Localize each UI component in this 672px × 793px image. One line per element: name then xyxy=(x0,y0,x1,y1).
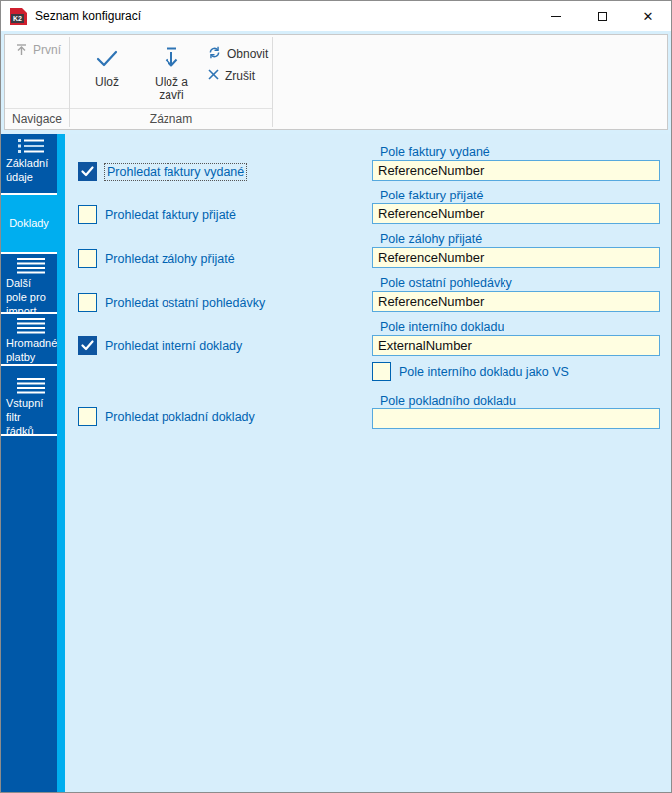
sidebar-tab-label: Vstupnífiltrřádků xyxy=(6,397,43,436)
refresh-button-label: Obnovit xyxy=(227,47,268,61)
titlebar: K2 Seznam konfigurací ✕ xyxy=(1,1,671,31)
app-icon: K2 xyxy=(10,8,27,25)
checkbox-prohledat-faktury-prijate[interactable]: Prohledat faktury přijaté xyxy=(78,205,236,224)
main-area: Základní údaje Doklady Dalšípole proimpo… xyxy=(1,134,671,792)
save-and-close-button-label: Ulož azavři xyxy=(155,76,188,102)
checkbox-label: Prohledat interní doklady xyxy=(105,339,242,353)
input-pole-ostatni-pohledavky[interactable] xyxy=(372,291,660,312)
input-pole-interniho-dokladu[interactable] xyxy=(372,335,660,356)
cancel-button-label: Zrušit xyxy=(225,69,255,83)
checkbox-unchecked xyxy=(78,205,97,224)
window-title: Seznam konfigurací xyxy=(35,9,141,23)
checkbox-label: Pole interního dokladu jako VS xyxy=(399,365,569,379)
bullet-list-icon xyxy=(6,138,55,154)
ribbon-group-zaznam: Ulož Ulož azavři Obnovit xyxy=(70,35,272,129)
close-button[interactable]: ✕ xyxy=(625,1,671,31)
input-pole-faktury-prijate[interactable] xyxy=(372,203,660,224)
checkbox-label: Prohledat pokladní doklady xyxy=(105,410,255,424)
sidebar-tab-label: Dalšípole proimport xyxy=(6,277,46,314)
maximize-icon xyxy=(598,12,607,21)
ribbon-group-zaznam-label: Záznam xyxy=(70,108,272,129)
maximize-button[interactable] xyxy=(579,1,625,31)
checkbox-label: Prohledat faktury vydané xyxy=(105,164,246,180)
ribbon-small-buttons: Obnovit Zrušit xyxy=(207,35,268,108)
sidebar-accent-strip xyxy=(57,134,65,792)
lines-icon xyxy=(6,318,55,334)
checkbox-unchecked xyxy=(78,407,97,426)
ribbon-zone: První Navigace Ulož xyxy=(1,31,671,134)
field-label-pole-pokladniho-dokladu: Pole pokladního dokladu xyxy=(380,394,516,408)
sidebar: Základní údaje Doklady Dalšípole proimpo… xyxy=(1,134,57,792)
checkbox-checked-icon xyxy=(78,336,97,355)
field-label-pole-interniho-dokladu: Pole interního dokladu xyxy=(380,320,504,334)
minimize-button[interactable] xyxy=(533,1,579,31)
field-label-pole-ostatni-pohledavky: Pole ostatní pohledávky xyxy=(380,276,512,290)
checkbox-prohledat-pokladni-doklady[interactable]: Prohledat pokladní doklady xyxy=(78,407,255,426)
checkmark-icon xyxy=(95,45,119,71)
ribbon-group-navigace: První Navigace xyxy=(5,35,69,129)
sidebar-tab-zakladni-udaje[interactable]: Základní údaje xyxy=(1,134,57,195)
checkbox-prohledat-faktury-vydane[interactable]: Prohledat faktury vydané xyxy=(78,162,246,181)
checkbox-unchecked xyxy=(372,362,391,381)
lines-icon xyxy=(6,378,55,394)
app-icon-fold xyxy=(22,8,27,13)
checkbox-label: Prohledat ostatní pohledávky xyxy=(105,296,265,310)
checkbox-checked-icon xyxy=(78,162,97,181)
field-label-pole-faktury-prijate: Pole faktury přijaté xyxy=(380,189,484,202)
save-button[interactable]: Ulož xyxy=(76,35,138,108)
save-close-arrow-icon xyxy=(162,45,181,71)
sidebar-tab-hromadne-platby[interactable]: Hromadnéplatby xyxy=(1,314,57,366)
sidebar-tab-label: Hromadnéplatby xyxy=(6,337,57,363)
checkbox-prohledat-zalohy-prijate[interactable]: Prohledat zálohy přijaté xyxy=(78,249,235,268)
sidebar-tab-label: Základní údaje xyxy=(6,157,48,183)
input-pole-zalohy-prijate[interactable] xyxy=(372,247,660,268)
ribbon: První Navigace Ulož xyxy=(4,34,668,130)
ribbon-empty-area xyxy=(273,35,667,129)
input-pole-pokladniho-dokladu[interactable] xyxy=(372,408,660,429)
app-window: K2 Seznam konfigurací ✕ První Navigac xyxy=(0,0,672,793)
lines-icon xyxy=(6,258,55,274)
refresh-icon xyxy=(207,45,222,63)
checkbox-label: Prohledat zálohy přijaté xyxy=(105,252,235,266)
checkbox-prohledat-interni-doklady[interactable]: Prohledat interní doklady xyxy=(78,336,242,355)
sidebar-tab-label: Doklady xyxy=(9,216,49,230)
checkbox-unchecked xyxy=(78,249,97,268)
x-icon xyxy=(207,68,220,84)
first-button[interactable]: První xyxy=(5,35,61,108)
minimize-icon xyxy=(551,16,561,17)
refresh-button[interactable]: Obnovit xyxy=(207,43,268,65)
input-pole-faktury-vydane[interactable] xyxy=(372,160,660,181)
first-arrow-icon xyxy=(15,43,28,59)
checkbox-label: Prohledat faktury přijaté xyxy=(105,208,236,222)
doklady-panel: Prohledat faktury vydané Prohledat faktu… xyxy=(65,134,671,792)
sidebar-tab-doklady[interactable]: Doklady xyxy=(1,195,57,254)
field-label-pole-zalohy-prijate: Pole zálohy přijaté xyxy=(380,232,482,246)
save-button-label: Ulož xyxy=(95,76,119,89)
sidebar-tab-vstupni-filtr-radku[interactable]: Vstupnífiltrřádků xyxy=(1,366,57,436)
save-and-close-button[interactable]: Ulož azavři xyxy=(140,35,203,108)
checkbox-unchecked xyxy=(78,293,97,312)
window-controls: ✕ xyxy=(533,1,671,31)
ribbon-group-navigace-label: Navigace xyxy=(5,108,69,129)
app-icon-label: K2 xyxy=(11,14,24,23)
field-label-pole-faktury-vydane: Pole faktury vydané xyxy=(380,145,490,159)
checkbox-prohledat-ostatni-pohledavky[interactable]: Prohledat ostatní pohledávky xyxy=(78,293,265,312)
first-button-label: První xyxy=(33,43,61,57)
sidebar-tab-dalsi-pole-pro-import[interactable]: Dalšípole proimport xyxy=(1,254,57,314)
sidebar-filler xyxy=(1,436,57,792)
cancel-button[interactable]: Zrušit xyxy=(207,65,268,87)
checkbox-pole-interniho-dokladu-jako-vs[interactable]: Pole interního dokladu jako VS xyxy=(372,362,569,381)
